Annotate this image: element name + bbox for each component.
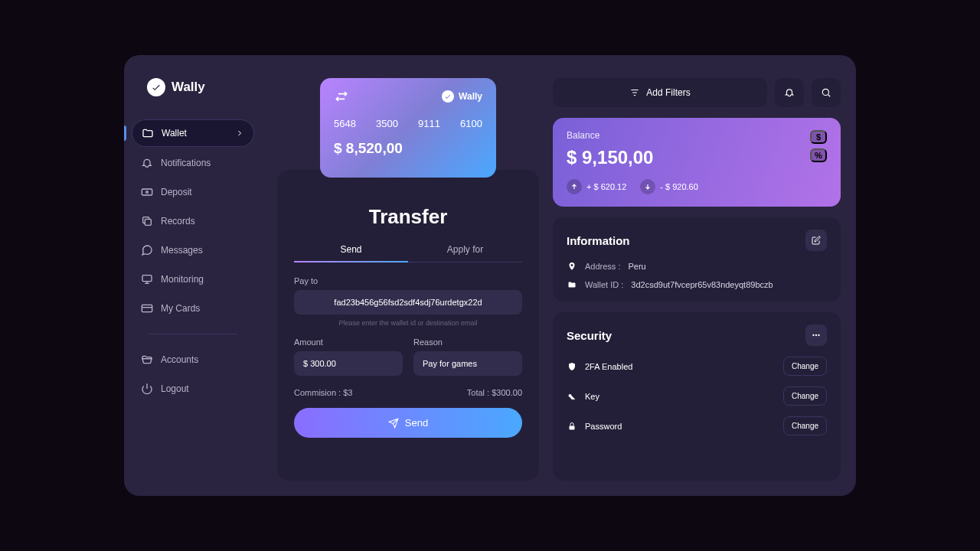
key-icon xyxy=(567,392,577,401)
payto-hint: Please enter the wallet id or destinatio… xyxy=(294,319,522,327)
security-more-button[interactable] xyxy=(805,324,827,346)
bell-icon xyxy=(141,157,153,169)
svg-point-1 xyxy=(146,191,149,194)
svg-rect-9 xyxy=(570,425,575,429)
sidebar-item-accounts[interactable]: Accounts xyxy=(132,347,254,373)
sidebar-item-wallet[interactable]: Wallet xyxy=(132,119,254,147)
security-row-key: Key Change xyxy=(567,386,827,406)
card-number: 5648 3500 9111 6100 xyxy=(334,118,482,129)
sidebar: Wally Wallet Notifications Deposit Recor… xyxy=(124,55,262,496)
right-column: Add Filters Balance $ 9,150,00 $ xyxy=(553,78,841,481)
sidebar-item-mycards[interactable]: My Cards xyxy=(132,295,254,321)
commission-text: Commision : $3 xyxy=(294,388,352,397)
sidebar-item-logout[interactable]: Logout xyxy=(132,376,254,402)
arrow-down-icon xyxy=(640,179,655,194)
paper-plane-icon xyxy=(388,418,399,429)
edit-icon xyxy=(812,236,821,245)
add-filters-button[interactable]: Add Filters xyxy=(553,78,767,107)
chat-icon xyxy=(141,244,153,256)
card-brand: Wally xyxy=(442,90,482,103)
folder-icon xyxy=(142,127,154,139)
change-2fa-button[interactable]: Change xyxy=(783,357,827,376)
shield-icon xyxy=(567,362,577,371)
card-balance: $ 8,520,00 xyxy=(334,140,482,157)
search-icon xyxy=(821,87,831,98)
nav-divider xyxy=(149,334,237,334)
sidebar-item-label: Records xyxy=(161,216,195,227)
security-row-password: Password Change xyxy=(567,416,827,435)
change-key-button[interactable]: Change xyxy=(783,386,827,406)
sidebar-item-deposit[interactable]: Deposit xyxy=(132,179,254,205)
svg-point-5 xyxy=(822,89,828,95)
transfer-tabs: Send Apply for xyxy=(294,244,522,262)
cash-icon xyxy=(141,186,153,198)
svg-rect-4 xyxy=(142,305,152,311)
sidebar-item-label: Logout xyxy=(161,383,189,394)
sidebar-item-messages[interactable]: Messages xyxy=(132,237,254,263)
bell-icon xyxy=(784,87,795,98)
amount-label: Amount xyxy=(294,337,403,347)
app-window: Wally Wallet Notifications Deposit Recor… xyxy=(124,55,856,496)
svg-point-7 xyxy=(815,334,817,336)
security-title: Security xyxy=(567,329,612,342)
sidebar-item-label: Messages xyxy=(161,245,203,256)
change-password-button[interactable]: Change xyxy=(783,416,827,435)
address-row: Address : Peru xyxy=(567,262,827,271)
brand-logo: Wally xyxy=(124,78,262,96)
information-title: Information xyxy=(567,234,630,247)
sidebar-item-label: Wallet xyxy=(162,128,187,139)
walletid-row: Wallet ID : 3d2csd9ut7fvcepr65v83ndeyqt8… xyxy=(567,280,827,289)
lock-icon xyxy=(567,422,577,431)
location-icon xyxy=(567,262,577,271)
outflow-stat: - $ 920.60 xyxy=(640,179,698,194)
inflow-stat: + $ 620.12 xyxy=(567,179,626,194)
edit-info-button[interactable] xyxy=(805,230,827,251)
main-content: Wally 5648 3500 9111 6100 $ 8,520,00 Tra… xyxy=(262,55,856,496)
information-card: Information Address : Peru Wallet ID : 3… xyxy=(553,217,841,302)
swap-icon xyxy=(334,89,349,104)
percent-button[interactable]: % xyxy=(810,148,827,162)
sidebar-item-label: Monitoring xyxy=(161,274,204,285)
balance-amount: $ 9,150,00 xyxy=(567,147,653,168)
copy-icon xyxy=(141,215,153,227)
send-button[interactable]: Send xyxy=(294,408,522,438)
payto-input[interactable] xyxy=(294,290,522,315)
notifications-button[interactable] xyxy=(775,78,804,107)
security-row-2fa: 2FA Enabled Change xyxy=(567,357,827,376)
check-circle-icon xyxy=(147,78,165,96)
svg-point-8 xyxy=(818,334,819,336)
payto-label: Pay to xyxy=(294,276,522,285)
sidebar-item-label: Deposit xyxy=(161,187,192,197)
reason-label: Reason xyxy=(413,337,522,347)
tab-apply-for[interactable]: Apply for xyxy=(408,244,522,262)
tab-send[interactable]: Send xyxy=(294,244,408,262)
balance-label: Balance xyxy=(567,130,653,141)
dots-icon xyxy=(811,330,822,341)
arrow-up-icon xyxy=(567,179,582,194)
check-circle-icon xyxy=(442,90,454,103)
svg-rect-3 xyxy=(142,276,152,282)
currency-button[interactable]: $ xyxy=(810,130,827,144)
security-card: Security 2FA Enabled Change Key xyxy=(553,312,841,481)
svg-rect-2 xyxy=(145,219,151,225)
credit-card-icon xyxy=(141,302,153,315)
monitor-icon xyxy=(141,273,153,285)
card-preview-wrap: Wally 5648 3500 9111 6100 $ 8,520,00 xyxy=(277,78,539,178)
sidebar-item-notifications[interactable]: Notifications xyxy=(132,150,254,176)
sidebar-item-records[interactable]: Records xyxy=(132,208,254,234)
reason-input[interactable] xyxy=(413,351,522,376)
transfer-summary: Commision : $3 Total : $300.00 xyxy=(294,388,522,397)
svg-rect-0 xyxy=(142,189,152,195)
search-button[interactable] xyxy=(812,78,841,107)
total-text: Total : $300.00 xyxy=(467,388,522,397)
brand-name: Wally xyxy=(172,80,205,95)
amount-input[interactable] xyxy=(294,351,403,376)
main-nav: Wallet Notifications Deposit Records Mes… xyxy=(124,119,262,402)
sidebar-item-label: Accounts xyxy=(161,354,198,365)
sidebar-item-monitoring[interactable]: Monitoring xyxy=(132,266,254,292)
balance-card: Balance $ 9,150,00 $ % + $ 620.12 xyxy=(553,118,841,207)
transfer-title: Transfer xyxy=(294,205,522,229)
sidebar-item-label: My Cards xyxy=(161,303,200,314)
folder-icon xyxy=(567,280,577,289)
svg-point-6 xyxy=(812,334,814,336)
